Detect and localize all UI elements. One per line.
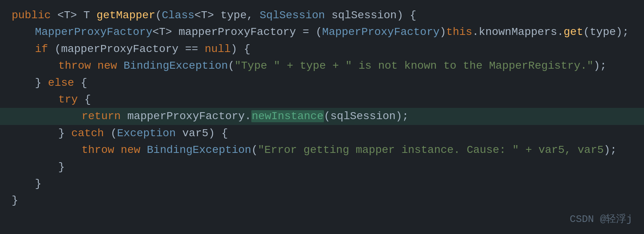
token bbox=[117, 60, 124, 72]
token: getMapper bbox=[96, 9, 155, 21]
code-line: try { bbox=[12, 91, 632, 108]
token: } bbox=[35, 77, 48, 89]
token: var5) { bbox=[176, 127, 228, 139]
token: (type); bbox=[583, 26, 629, 38]
token: "Type " + type + " is not known to the M… bbox=[235, 60, 594, 72]
token: SqlSession bbox=[260, 9, 325, 21]
token bbox=[140, 144, 147, 156]
token: newInstance bbox=[251, 110, 324, 122]
token: MapperProxyFactory bbox=[322, 26, 439, 38]
token: ) bbox=[440, 26, 446, 38]
token: new bbox=[121, 144, 140, 156]
code-line: } bbox=[12, 159, 632, 175]
token: try bbox=[58, 94, 78, 106]
token: <T> bbox=[195, 9, 221, 21]
token: Class bbox=[162, 9, 195, 21]
token: ); bbox=[594, 60, 607, 72]
token: throw bbox=[82, 144, 114, 156]
code-line: MapperProxyFactory<T> mapperProxyFactory… bbox=[12, 24, 632, 40]
code-line: } bbox=[12, 175, 632, 192]
token: "Error getting mapper instance. Cause: "… bbox=[258, 144, 604, 156]
watermark: CSDN @轻浮j bbox=[570, 211, 632, 227]
token: public bbox=[12, 9, 51, 21]
code-line: if (mapperProxyFactory == null) { bbox=[12, 41, 632, 57]
token: mapperProxyFactory. bbox=[121, 110, 251, 122]
code-container: public <T> T getMapper(Class<T> type, Sq… bbox=[0, 0, 644, 234]
token: sqlSession bbox=[325, 9, 397, 21]
code-line: } bbox=[12, 192, 632, 209]
token: } bbox=[58, 161, 65, 173]
token: <T> mapperProxyFactory = ( bbox=[152, 26, 322, 38]
token: ( bbox=[155, 9, 162, 21]
token: .knownMappers. bbox=[472, 26, 564, 38]
token: BindingException bbox=[124, 60, 228, 72]
token: Exception bbox=[117, 127, 176, 139]
token: (sqlSession); bbox=[324, 110, 409, 122]
token: return bbox=[82, 110, 121, 122]
token: { bbox=[74, 77, 87, 89]
token: { bbox=[78, 94, 91, 106]
token: ) { bbox=[231, 43, 250, 55]
code-line: } else { bbox=[12, 75, 632, 91]
token bbox=[114, 144, 121, 156]
code-line: public <T> T getMapper(Class<T> type, Sq… bbox=[12, 7, 632, 24]
code-line: } catch (Exception var5) { bbox=[12, 125, 632, 142]
token: MapperProxyFactory bbox=[35, 26, 152, 38]
token: } bbox=[12, 194, 18, 206]
token: else bbox=[48, 77, 74, 89]
token: null bbox=[205, 43, 231, 55]
token: } bbox=[58, 127, 71, 139]
token: ( bbox=[104, 127, 117, 139]
token: new bbox=[97, 60, 117, 72]
code-line: throw new BindingException("Type " + typ… bbox=[12, 57, 632, 74]
token: get bbox=[564, 26, 583, 38]
token: ) { bbox=[397, 9, 416, 21]
code-line: throw new BindingException("Error gettin… bbox=[12, 142, 632, 158]
token: } bbox=[35, 178, 42, 190]
token: catch bbox=[71, 127, 104, 139]
token: type bbox=[221, 9, 247, 21]
code-block: public <T> T getMapper(Class<T> type, Sq… bbox=[12, 7, 632, 209]
token: ( bbox=[228, 60, 235, 72]
token: (mapperProxyFactory == bbox=[48, 43, 205, 55]
token bbox=[91, 60, 97, 72]
token: this bbox=[446, 26, 472, 38]
token: BindingException bbox=[147, 144, 251, 156]
token: ( bbox=[251, 144, 258, 156]
code-line: return mapperProxyFactory.newInstance(sq… bbox=[0, 108, 644, 125]
token: throw bbox=[58, 60, 91, 72]
token: ); bbox=[604, 144, 617, 156]
token: , bbox=[247, 9, 260, 21]
token: <T> T bbox=[51, 9, 97, 21]
token: if bbox=[35, 43, 48, 55]
